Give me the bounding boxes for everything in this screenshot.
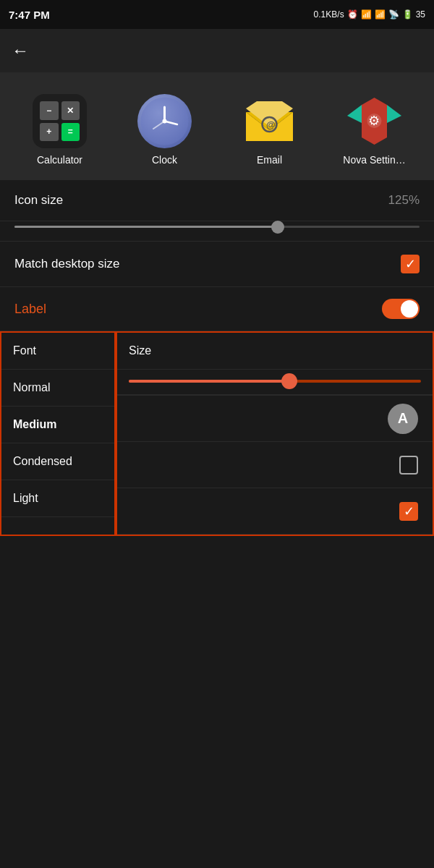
size-panel: Size A ✓	[116, 331, 434, 536]
size-slider-thumb[interactable]	[281, 373, 297, 389]
svg-marker-13	[347, 105, 362, 123]
nova-icon: ⚙	[347, 94, 401, 148]
icon-size-slider-thumb[interactable]	[271, 221, 284, 234]
app-item-calculator[interactable]: − ✕ + = Calculator	[24, 94, 96, 166]
match-desktop-row: Match desktop size ✓	[0, 241, 434, 287]
app-preview: − ✕ + = Calculator	[0, 72, 434, 180]
font-item-normal[interactable]: Normal	[1, 370, 114, 407]
app-label-clock: Clock	[129, 154, 201, 166]
svg-marker-12	[387, 105, 401, 123]
icon-size-row: Icon size 125%	[0, 180, 434, 221]
font-item-medium[interactable]: Medium	[1, 407, 114, 443]
empty-checkbox[interactable]	[399, 456, 418, 475]
label-text: Label	[14, 302, 46, 317]
app-item-clock[interactable]: Clock	[129, 94, 201, 166]
right-item-badge[interactable]: A	[117, 396, 433, 442]
email-svg: @	[242, 94, 297, 148]
status-bar: 7:47 PM 0.1KB/s ⏰ 📶 📶 📡 🔋 35	[0, 0, 434, 29]
size-title: Size	[117, 333, 433, 370]
icon-size-label: Icon size	[14, 193, 63, 208]
font-item-light[interactable]: Light	[1, 480, 114, 517]
font-size-panel: Font Normal Medium Condensed Light Size …	[0, 331, 434, 536]
font-item-condensed[interactable]: Condensed	[1, 443, 114, 480]
clock-svg	[137, 94, 192, 148]
size-slider-track[interactable]	[129, 380, 421, 383]
badge-a: A	[388, 404, 418, 434]
font-panel: Font Normal Medium Condensed Light	[0, 331, 116, 536]
match-desktop-checkbox[interactable]: ✓	[401, 255, 420, 273]
settings-section: Icon size 125% Match desktop size ✓ Labe…	[0, 180, 434, 536]
back-button[interactable]: ←	[12, 41, 29, 61]
header: ←	[0, 29, 434, 72]
network-speed: 0.1KB/s	[314, 9, 344, 20]
calculator-icon: − ✕ + =	[33, 94, 87, 148]
match-desktop-label: Match desktop size	[14, 257, 120, 271]
battery-icon: 🔋	[402, 9, 413, 20]
checked-checkbox[interactable]: ✓	[399, 502, 418, 521]
app-label-nova: Nova Settin…	[339, 154, 411, 166]
icon-size-slider-container[interactable]	[0, 221, 434, 241]
toggle-knob	[401, 300, 418, 318]
status-icons: 0.1KB/s ⏰ 📶 📶 📡 🔋 35	[314, 9, 425, 20]
size-slider-fill	[129, 380, 289, 383]
right-item-empty-check[interactable]	[117, 442, 433, 488]
battery-level: 35	[416, 9, 425, 20]
wifi-icon: 📡	[388, 9, 399, 20]
status-time: 7:47 PM	[9, 9, 50, 21]
label-toggle[interactable]	[382, 299, 420, 319]
icon-size-slider-fill	[14, 226, 278, 228]
app-label-calculator: Calculator	[24, 154, 96, 166]
clock-icon	[137, 94, 192, 148]
app-label-email: Email	[234, 154, 306, 166]
font-panel-title: Font	[1, 333, 114, 370]
signal-icon: 📶	[361, 9, 372, 20]
signal2-icon: 📶	[375, 9, 386, 20]
alarm-icon: ⏰	[347, 9, 358, 20]
label-row: Label	[0, 287, 434, 331]
svg-text:⚙: ⚙	[368, 114, 380, 128]
email-icon: @	[242, 94, 297, 148]
svg-text:@: @	[266, 119, 276, 130]
checkmark-icon: ✓	[405, 256, 416, 272]
size-slider-container[interactable]	[117, 370, 433, 395]
size-section: Size	[117, 333, 433, 396]
svg-point-5	[163, 119, 167, 124]
app-item-email[interactable]: @ Email	[234, 94, 306, 166]
right-item-checked[interactable]: ✓	[117, 488, 433, 535]
app-item-nova[interactable]: ⚙ Nova Settin…	[339, 94, 411, 166]
icon-size-value: 125%	[388, 193, 420, 208]
nova-svg: ⚙	[347, 94, 401, 148]
icon-size-slider-track[interactable]	[14, 226, 420, 228]
